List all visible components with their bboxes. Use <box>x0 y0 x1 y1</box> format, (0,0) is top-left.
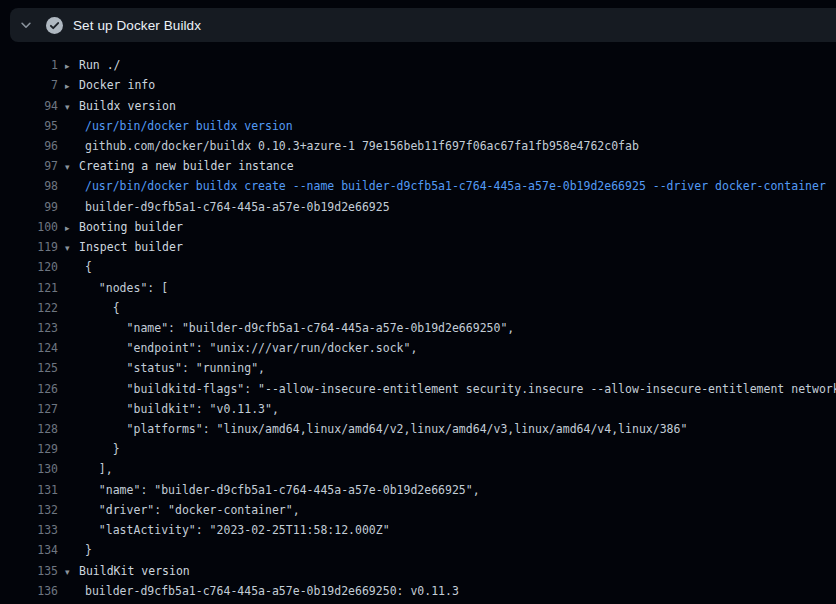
command-text: /usr/bin/docker buildx create --name bui… <box>65 179 826 193</box>
log-line: 99builder-d9cfb5a1-c764-445a-a57e-0b19d2… <box>0 197 836 217</box>
output-text: builder-d9cfb5a1-c764-445a-a57e-0b19d2e6… <box>65 584 459 598</box>
output-text: "endpoint": "unix:///var/run/docker.sock… <box>65 341 417 355</box>
output-text: "platforms": "linux/amd64,linux/amd64/v2… <box>65 422 687 436</box>
line-number[interactable]: 133 <box>0 523 58 537</box>
log-line: 128 "platforms": "linux/amd64,linux/amd6… <box>0 419 836 439</box>
log-line: 120{ <box>0 257 836 277</box>
log-line: 123 "name": "builder-d9cfb5a1-c764-445a-… <box>0 318 836 338</box>
log-group-header[interactable]: ▸Docker info <box>65 78 155 92</box>
log-line: 121 "nodes": [ <box>0 277 836 297</box>
line-number[interactable]: 130 <box>0 462 58 476</box>
line-number[interactable]: 131 <box>0 483 58 497</box>
group-title: BuildKit version <box>79 564 190 578</box>
log-line: 98/usr/bin/docker buildx create --name b… <box>0 176 836 196</box>
log-line[interactable]: 135▾BuildKit version <box>0 560 836 580</box>
log-group-header[interactable]: ▾Creating a new builder instance <box>65 159 294 173</box>
log-line: 129 } <box>0 439 836 459</box>
log-viewer: 1▸Run ./7▸Docker info94▾Buildx version95… <box>0 55 836 601</box>
line-number[interactable]: 1 <box>0 58 58 72</box>
line-number[interactable]: 124 <box>0 341 58 355</box>
log-line: 96github.com/docker/buildx 0.10.3+azure-… <box>0 136 836 156</box>
log-group-header[interactable]: ▾Inspect builder <box>65 240 183 254</box>
step-title: Set up Docker Buildx <box>73 18 201 33</box>
log-line: 132 "driver": "docker-container", <box>0 500 836 520</box>
output-text: { <box>65 301 120 315</box>
group-title: Run ./ <box>79 58 121 72</box>
output-text: { <box>65 260 92 274</box>
log-line: 131 "name": "builder-d9cfb5a1-c764-445a-… <box>0 480 836 500</box>
log-group-header[interactable]: ▸Booting builder <box>65 220 183 234</box>
log-line[interactable]: 100▸Booting builder <box>0 217 836 237</box>
output-text: "driver": "docker-container", <box>65 503 300 517</box>
output-text: github.com/docker/buildx 0.10.3+azure-1 … <box>65 139 639 153</box>
output-text: "lastActivity": "2023-02-25T11:58:12.000… <box>65 523 390 537</box>
line-number[interactable]: 128 <box>0 422 58 436</box>
line-number[interactable]: 96 <box>0 139 58 153</box>
line-number[interactable]: 120 <box>0 260 58 274</box>
log-line[interactable]: 97▾Creating a new builder instance <box>0 156 836 176</box>
line-number[interactable]: 99 <box>0 200 58 214</box>
output-text: } <box>65 442 120 456</box>
line-number[interactable]: 123 <box>0 321 58 335</box>
line-number[interactable]: 127 <box>0 402 58 416</box>
log-group-header[interactable]: ▸Run ./ <box>65 58 121 72</box>
output-text: ], <box>65 462 113 476</box>
output-text: "buildkitd-flags": "--allow-insecure-ent… <box>65 382 836 396</box>
triangle-down-icon[interactable]: ▾ <box>65 162 79 172</box>
log-line: 125 "status": "running", <box>0 358 836 378</box>
log-line: 133 "lastActivity": "2023-02-25T11:58:12… <box>0 520 836 540</box>
line-number[interactable]: 126 <box>0 382 58 396</box>
line-number[interactable]: 136 <box>0 584 58 598</box>
log-line: 130 ], <box>0 459 836 479</box>
log-line: 124 "endpoint": "unix:///var/run/docker.… <box>0 338 836 358</box>
triangle-down-icon[interactable]: ▾ <box>65 243 79 253</box>
check-circle-icon <box>46 17 63 34</box>
line-number[interactable]: 94 <box>0 99 58 113</box>
log-line: 126 "buildkitd-flags": "--allow-insecure… <box>0 379 836 399</box>
log-line: 136builder-d9cfb5a1-c764-445a-a57e-0b19d… <box>0 581 836 601</box>
step-header[interactable]: Set up Docker Buildx <box>10 8 836 42</box>
triangle-right-icon[interactable]: ▸ <box>65 61 79 71</box>
log-line: 127 "buildkit": "v0.11.3", <box>0 399 836 419</box>
line-number[interactable]: 135 <box>0 564 58 578</box>
log-line: 95/usr/bin/docker buildx version <box>0 116 836 136</box>
line-number[interactable]: 122 <box>0 301 58 315</box>
log-line[interactable]: 7▸Docker info <box>0 75 836 95</box>
log-line[interactable]: 1▸Run ./ <box>0 55 836 75</box>
line-number[interactable]: 98 <box>0 179 58 193</box>
output-text: builder-d9cfb5a1-c764-445a-a57e-0b19d2e6… <box>65 200 390 214</box>
group-title: Creating a new builder instance <box>79 159 294 173</box>
group-title: Booting builder <box>79 220 183 234</box>
triangle-right-icon[interactable]: ▸ <box>65 223 79 233</box>
output-text: "name": "builder-d9cfb5a1-c764-445a-a57e… <box>65 483 480 497</box>
line-number[interactable]: 132 <box>0 503 58 517</box>
log-line[interactable]: 119▾Inspect builder <box>0 237 836 257</box>
group-title: Inspect builder <box>79 240 183 254</box>
line-number[interactable]: 7 <box>0 78 58 92</box>
triangle-down-icon[interactable]: ▾ <box>65 567 79 577</box>
output-text: "buildkit": "v0.11.3", <box>65 402 279 416</box>
group-title: Docker info <box>79 78 155 92</box>
log-line: 134} <box>0 540 836 560</box>
log-line[interactable]: 94▾Buildx version <box>0 95 836 115</box>
line-number[interactable]: 125 <box>0 361 58 375</box>
line-number[interactable]: 119 <box>0 240 58 254</box>
triangle-right-icon[interactable]: ▸ <box>65 81 79 91</box>
log-group-header[interactable]: ▾BuildKit version <box>65 564 190 578</box>
line-number[interactable]: 100 <box>0 220 58 234</box>
group-title: Buildx version <box>79 99 176 113</box>
line-number[interactable]: 129 <box>0 442 58 456</box>
log-group-header[interactable]: ▾Buildx version <box>65 99 176 113</box>
line-number[interactable]: 95 <box>0 119 58 133</box>
log-line: 122 { <box>0 298 836 318</box>
line-number[interactable]: 134 <box>0 543 58 557</box>
line-number[interactable]: 121 <box>0 281 58 295</box>
chevron-down-icon[interactable] <box>19 18 33 32</box>
output-text: "name": "builder-d9cfb5a1-c764-445a-a57e… <box>65 321 514 335</box>
line-number[interactable]: 97 <box>0 159 58 173</box>
triangle-down-icon[interactable]: ▾ <box>65 102 79 112</box>
workflow-log-page: { "header": { "title": "Set up Docker Bu… <box>0 0 836 604</box>
command-text: /usr/bin/docker buildx version <box>65 119 293 133</box>
output-text: "nodes": [ <box>65 281 168 295</box>
output-text: } <box>65 543 92 557</box>
